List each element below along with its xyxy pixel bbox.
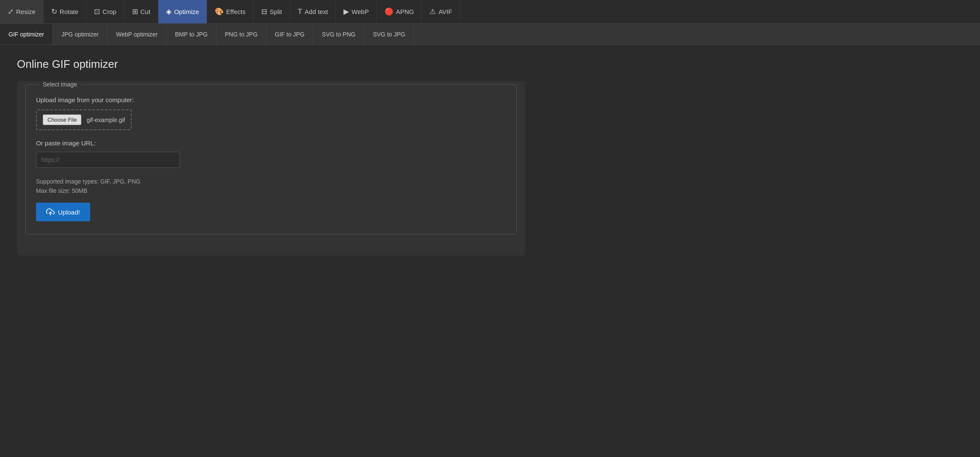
subnav-svg-to-png[interactable]: SVG to PNG	[313, 24, 364, 45]
nav-item-cut[interactable]: ⊞ Cut	[125, 0, 158, 23]
file-input-wrapper[interactable]: Choose File gif-example.gif	[36, 109, 132, 130]
nav-item-apng-label: APNG	[396, 8, 414, 15]
nav-item-addtext-label: Add text	[305, 8, 328, 15]
nav-item-webp-label: WebP	[352, 8, 369, 15]
subnav-webp-optimizer[interactable]: WebP optimizer	[108, 24, 166, 45]
top-navigation: ⤢ Resize ↻ Rotate ⊡ Crop ⊞ Cut ◈ Optimiz…	[0, 0, 980, 24]
rotate-icon: ↻	[51, 8, 57, 15]
subnav-gif-to-jpg-label: GIF to JPG	[275, 31, 305, 38]
crop-icon: ⊡	[94, 8, 100, 15]
subnav-jpg-optimizer-label: JPG optimizer	[61, 31, 99, 38]
subnav-png-to-jpg-label: PNG to JPG	[225, 31, 257, 38]
nav-item-avif-label: AVIF	[438, 8, 452, 15]
supported-types-text: Supported image types: GIF, JPG, PNG	[36, 178, 506, 185]
addtext-icon: T	[298, 8, 302, 15]
subnav-gif-to-jpg[interactable]: GIF to JPG	[266, 24, 313, 45]
avif-icon: ⚠	[429, 8, 436, 15]
nav-item-avif[interactable]: ⚠ AVIF	[422, 0, 460, 23]
nav-item-resize[interactable]: ⤢ Resize	[0, 0, 44, 23]
page-title: Online GIF optimizer	[17, 58, 963, 71]
cut-icon: ⊞	[132, 8, 138, 15]
nav-item-optimize-label: Optimize	[174, 8, 199, 15]
webp-icon: ▶	[343, 8, 349, 15]
resize-icon: ⤢	[8, 8, 14, 15]
upload-button-label: Upload!	[58, 209, 80, 216]
selected-file-name: gif-example.gif	[86, 117, 125, 123]
nav-item-effects-label: Effects	[226, 8, 246, 15]
nav-item-rotate[interactable]: ↻ Rotate	[44, 0, 86, 23]
subnav-svg-to-jpg-label: SVG to JPG	[373, 31, 405, 38]
nav-item-resize-label: Resize	[16, 8, 36, 15]
apng-icon: 🔴	[385, 8, 393, 15]
nav-item-webp[interactable]: ▶ WebP	[336, 0, 377, 23]
subnav-svg-to-png-label: SVG to PNG	[322, 31, 355, 38]
url-input[interactable]	[36, 152, 180, 168]
main-card: Select image Upload image from your comp…	[17, 81, 525, 256]
nav-item-crop-label: Crop	[102, 8, 116, 15]
select-image-fieldset: Select image Upload image from your comp…	[25, 81, 517, 234]
sub-navigation: GIF optimizer JPG optimizer WebP optimiz…	[0, 24, 980, 45]
subnav-svg-to-jpg[interactable]: SVG to JPG	[364, 24, 414, 45]
subnav-gif-optimizer-label: GIF optimizer	[8, 31, 44, 38]
nav-item-split[interactable]: ⊟ Split	[254, 0, 290, 23]
split-icon: ⊟	[261, 8, 267, 15]
max-file-size-text: Max file size: 50MB	[36, 187, 506, 194]
nav-item-addtext[interactable]: T Add text	[290, 0, 336, 23]
upload-button[interactable]: Upload!	[36, 203, 90, 221]
subnav-bmp-to-jpg[interactable]: BMP to JPG	[166, 24, 216, 45]
effects-icon: 🎨	[215, 8, 224, 15]
nav-item-optimize[interactable]: ◈ Optimize	[158, 0, 207, 23]
subnav-jpg-optimizer[interactable]: JPG optimizer	[53, 24, 108, 45]
nav-item-apng[interactable]: 🔴 APNG	[377, 0, 422, 23]
nav-item-split-label: Split	[270, 8, 282, 15]
subnav-png-to-jpg[interactable]: PNG to JPG	[216, 24, 266, 45]
nav-item-cut-label: Cut	[141, 8, 150, 15]
select-image-legend: Select image	[39, 81, 80, 88]
page-content: Online GIF optimizer Select image Upload…	[0, 45, 980, 268]
nav-item-effects[interactable]: 🎨 Effects	[207, 0, 254, 23]
upload-from-computer-label: Upload image from your computer:	[36, 96, 506, 103]
upload-cloud-icon	[46, 208, 55, 216]
subnav-webp-optimizer-label: WebP optimizer	[116, 31, 158, 38]
subnav-gif-optimizer[interactable]: GIF optimizer	[0, 24, 53, 45]
subnav-bmp-to-jpg-label: BMP to JPG	[175, 31, 208, 38]
nav-item-rotate-label: Rotate	[60, 8, 78, 15]
optimize-icon: ◈	[166, 8, 172, 15]
nav-item-crop[interactable]: ⊡ Crop	[86, 0, 125, 23]
choose-file-button[interactable]: Choose File	[43, 114, 81, 125]
url-label: Or paste image URL:	[36, 139, 506, 147]
